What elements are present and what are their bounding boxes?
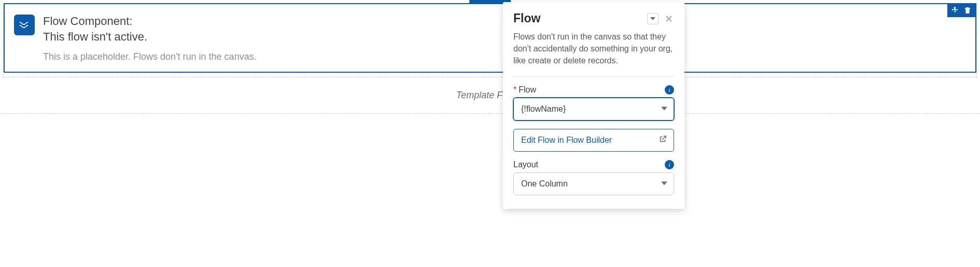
bolt-icon (475, 0, 483, 1)
field-flow: *Flow i {!flowName} (513, 85, 674, 121)
layout-select-value: One Column (521, 179, 568, 189)
component-type-label: Flow (487, 0, 503, 1)
required-marker: * (513, 85, 516, 94)
delete-icon[interactable] (963, 6, 972, 15)
flow-component-card[interactable]: Flow Flow Component: This flow isn't act… (4, 3, 976, 73)
canvas-root: Flow Flow Component: This flow isn't act… (0, 0, 980, 114)
edit-flow-button[interactable]: Edit Flow in Flow Builder (513, 129, 674, 152)
flow-select[interactable]: {!flowName} (513, 98, 674, 121)
flow-select-value: {!flowName} (521, 104, 566, 114)
layout-select[interactable]: One Column (513, 172, 674, 195)
property-panel: Flow Flows don't run in the canvas so th… (503, 2, 684, 209)
panel-menu-button[interactable] (647, 13, 659, 24)
template-footer-region[interactable]: Template Footer (0, 77, 980, 114)
panel-title: Flow (513, 11, 540, 25)
external-link-icon (658, 135, 667, 146)
field-layout-label: Layout (513, 160, 538, 169)
main-drop-region[interactable]: Flow Flow Component: This flow isn't act… (3, 3, 977, 77)
panel-description: Flows don't run in the canvas so that th… (513, 31, 674, 67)
panel-header-actions (647, 13, 674, 24)
panel-divider (513, 76, 674, 77)
field-layout: Layout i One Column (513, 160, 674, 195)
info-icon[interactable]: i (665, 85, 674, 95)
panel-header: Flow (513, 11, 674, 25)
move-icon[interactable] (950, 6, 960, 15)
field-edit-link: Edit Flow in Flow Builder (513, 129, 674, 152)
field-flow-label: *Flow (513, 85, 536, 95)
component-action-toolbar (947, 4, 975, 17)
flow-icon (14, 15, 35, 35)
close-icon[interactable] (664, 14, 674, 24)
edit-flow-label: Edit Flow in Flow Builder (521, 136, 612, 145)
chevron-down-icon (661, 104, 667, 114)
info-icon[interactable]: i (665, 160, 674, 169)
chevron-down-icon (661, 179, 667, 189)
